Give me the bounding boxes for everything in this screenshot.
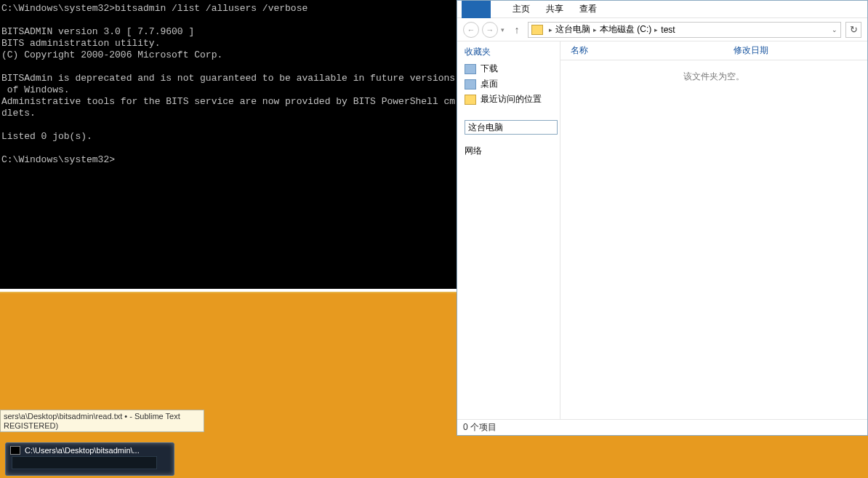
column-headers: 名称 修改日期 (560, 41, 867, 60)
sidebar-item-label: 最近访问的位置 (481, 93, 542, 105)
chevron-right-icon: ▸ (593, 26, 597, 33)
command-prompt-window[interactable]: C:\Windows\system32>bitsadmin /list /all… (0, 0, 486, 293)
breadcrumb-pc[interactable]: 这台电脑 (555, 23, 590, 36)
this-pc-input[interactable] (465, 120, 558, 135)
chevron-down-icon[interactable]: ▾ (501, 26, 505, 33)
sidebar-network-header[interactable]: 网络 (465, 145, 560, 157)
empty-folder-message: 该文件夹为空。 (560, 60, 867, 419)
command-prompt-content[interactable]: C:\Windows\system32>bitsadmin /list /all… (0, 0, 465, 289)
nav-forward-button[interactable]: → (482, 22, 498, 38)
desktop-icon (465, 79, 476, 89)
ribbon-tabs: 主页 共享 查看 (457, 1, 867, 18)
tab-view[interactable]: 查看 (579, 3, 597, 15)
sidebar-item-desktop[interactable]: 桌面 (465, 76, 560, 92)
downloads-icon (465, 64, 476, 74)
taskbar-preview[interactable]: C:\Users\a\Desktop\bitsadmin\... (5, 442, 174, 476)
status-bar: 0 个项目 (457, 419, 867, 435)
column-name[interactable]: 名称 (571, 44, 588, 57)
sidebar-item-recent[interactable]: 最近访问的位置 (465, 92, 560, 107)
sidebar-item-label: 桌面 (481, 78, 498, 90)
breadcrumb-drive[interactable]: 本地磁盘 (C:) (600, 23, 651, 36)
file-explorer-window[interactable]: 主页 共享 查看 ← → ▾ ↑ ▸ 这台电脑 ▸ 本地磁盘 (C:) ▸ te… (457, 0, 868, 436)
address-dropdown-icon[interactable]: ⌄ (832, 26, 837, 33)
chevron-right-icon: ▸ (549, 26, 552, 33)
tab-home[interactable]: 主页 (513, 3, 530, 15)
sidebar-item-downloads[interactable]: 下载 (465, 61, 560, 76)
navigation-bar: ← → ▾ ↑ ▸ 这台电脑 ▸ 本地磁盘 (C:) ▸ test ⌄ ↻ (457, 18, 867, 41)
item-count: 0 个项目 (463, 421, 497, 434)
address-bar[interactable]: ▸ 这台电脑 ▸ 本地磁盘 (C:) ▸ test ⌄ (528, 22, 841, 38)
refresh-button[interactable]: ↻ (845, 22, 861, 38)
column-modified[interactable]: 修改日期 (734, 44, 768, 57)
sidebar-item-label: 下载 (481, 63, 498, 75)
taskbar-preview-thumb[interactable] (12, 456, 157, 469)
recent-icon (465, 95, 476, 105)
chevron-right-icon: ▸ (654, 26, 658, 33)
taskbar-preview-title: C:\Users\a\Desktop\bitsadmin\... (25, 446, 140, 455)
tooltip-line2: REGISTERED) (4, 421, 201, 431)
tab-share[interactable]: 共享 (546, 3, 563, 15)
nav-back-button[interactable]: ← (463, 22, 479, 38)
taskbar-tooltip: sers\a\Desktop\bitsadmin\read.txt • - Su… (0, 410, 204, 432)
content-pane[interactable]: 名称 修改日期 该文件夹为空。 (560, 41, 867, 419)
command-prompt-icon (10, 446, 20, 455)
folder-icon (531, 25, 543, 35)
breadcrumb-folder[interactable]: test (661, 25, 675, 35)
file-menu-button[interactable] (462, 1, 491, 18)
tooltip-line1: sers\a\Desktop\bitsadmin\read.txt • - Su… (4, 412, 201, 421)
sidebar: 收藏夹 下载 桌面 最近访问的位置 网络 (457, 41, 560, 419)
sidebar-favorites-header[interactable]: 收藏夹 (465, 46, 560, 58)
nav-up-button[interactable]: ↑ (510, 24, 523, 36)
